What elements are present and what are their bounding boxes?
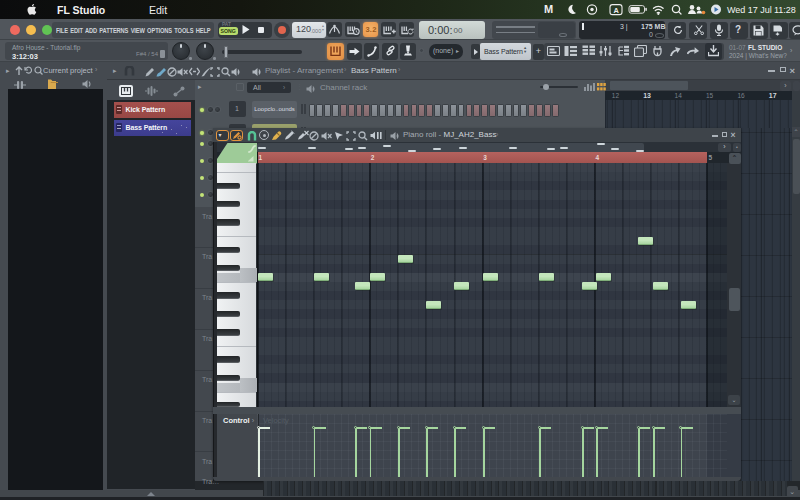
svg-text:M: M	[544, 3, 553, 15]
svg-text:A: A	[614, 6, 620, 15]
